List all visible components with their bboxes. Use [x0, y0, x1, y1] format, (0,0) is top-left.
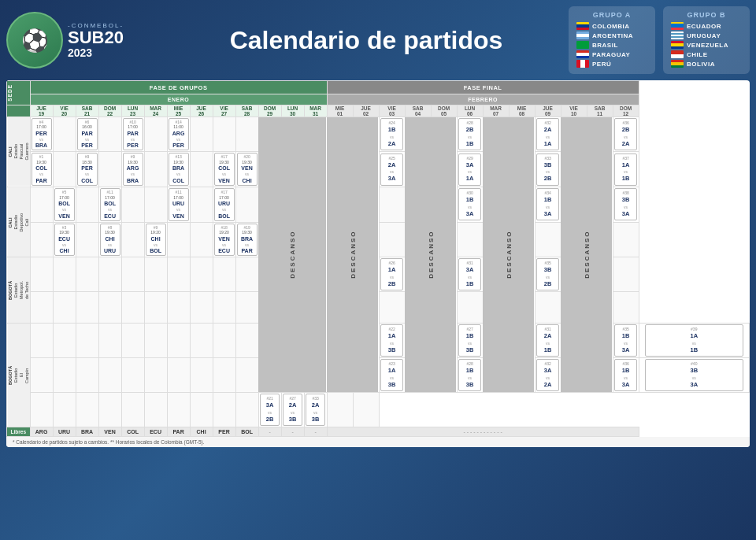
team-venezuela: VENEZUELA: [687, 42, 728, 49]
descanso-1: DESCANSO: [258, 117, 327, 393]
final-1bvs3b5: #36 1B vs 3A: [613, 358, 639, 393]
libre-chi: CHI: [190, 427, 213, 437]
libre-col: COL: [121, 427, 144, 437]
final-1avs3b2: #23 1A vs 3B: [379, 358, 405, 393]
final-3avs2b: #21 3A vs 2B: [258, 393, 281, 427]
phase-header-row: SEDE FASE DE GRUPOS FASE FINAL: [7, 81, 750, 94]
flag-par: [576, 50, 589, 58]
match-uru-bol: #17 17:00 URU vs BOL: [213, 187, 235, 223]
final-1bvs3a2: #34 1B vs 3A: [535, 187, 561, 223]
empty-vie20-row1: [53, 117, 76, 152]
match-col-ven: #17 19:30 COL vs VEN: [213, 152, 235, 187]
libre-dash-final: - - - - - - - - - - - -: [327, 427, 639, 437]
logo-text: -CONMEBOL- SUB20 2023: [68, 22, 124, 59]
group-b-item-bolivia: BOLIVIA: [671, 60, 742, 68]
final-2bvs2a: #36 2B vs 2A: [613, 117, 639, 152]
match-per-col: #9 18:30 PER vs COL: [76, 152, 98, 187]
page-wrapper: -CONMEBOL- SUB20 2023 Calendario de part…: [0, 0, 756, 540]
final-1avs3b: #22 1A vs 3B: [379, 324, 405, 358]
flag-uru: [671, 31, 684, 39]
libre-dash3: -: [304, 427, 327, 437]
month-febrero: FEBRERO: [327, 94, 639, 105]
final-1avs1b: #37 1A vs 1B: [613, 152, 639, 187]
final-2avs3b2: #33 2A vs 3B: [304, 393, 327, 427]
date-mie25: MIE25: [167, 105, 190, 117]
date-lun30: LUN30: [281, 105, 304, 117]
flag-chi: [671, 50, 684, 58]
team-peru: PERÚ: [592, 61, 611, 68]
match-bra-col: #13 19:30 BRA vs COL: [167, 152, 190, 187]
date-lun06: LUN06: [457, 105, 483, 117]
date-vie03: VIE03: [379, 105, 405, 117]
group-a-title: GRUPO A: [576, 11, 647, 19]
date-dom05: DOM05: [431, 105, 457, 117]
date-dom12: DOM12: [613, 105, 639, 117]
final-3avs1b2: #31 3A vs 1B: [457, 257, 483, 292]
final-1bvs3b3: #31 2A vs 1B: [535, 324, 561, 358]
libre-per: PER: [213, 427, 235, 437]
year-label: 2023: [68, 46, 124, 59]
sede-cali-deportivo: CALIEstadioDeportivoCali: [7, 187, 31, 257]
descanso-3: DESCANSO: [405, 117, 457, 393]
flag-bra: [576, 41, 589, 49]
date-jue09: JUE09: [535, 105, 561, 117]
cali1-row1: CALIEstadioPascualGuerrero #4 17:00 PER …: [7, 117, 750, 152]
group-b-item-uruguay: URUGUAY: [671, 31, 742, 39]
match-ven-chi: #20 19:30 VEN vs CHI: [235, 152, 258, 187]
team-uruguay: URUGUAY: [687, 32, 721, 39]
date-vie10: VIE10: [561, 105, 587, 117]
date-lun23: LUN23: [121, 105, 144, 117]
date-mar24: MAR24: [144, 105, 167, 117]
group-a-item-argentina: ARGENTINA: [576, 31, 647, 39]
final-3bvs3a2: #40 3B vs 3A: [639, 358, 749, 393]
date-dom22: DOM22: [98, 105, 121, 117]
match-col-par: #1 19:30 COL vs PAR: [30, 152, 53, 187]
date-sab21: SAB21: [76, 105, 98, 117]
final-1bvs3a: #30 1B vs 3A: [457, 187, 483, 223]
group-a-box: GRUPO A COLOMBIA ARGENTINA BRASIL PARAGU…: [569, 6, 655, 74]
team-ecuador: ECUADOR: [687, 23, 721, 30]
footnote: * Calendario de partidos sujeto a cambio…: [6, 437, 750, 447]
date-mar07: MAR07: [483, 105, 509, 117]
sede-cali-pascual: CALIEstadioPascualGuerrero: [7, 117, 31, 187]
final-3avs1a: #29 3A vs 1A: [457, 152, 483, 187]
final-3bvs3a: #38 3B vs 3A: [613, 187, 639, 223]
libre-dash2: -: [281, 427, 304, 437]
match-uru-ven: #11 17:00 URU vs VEN: [167, 187, 190, 223]
match-bol-ecu: #11 17:00 BOL vs ECU: [98, 187, 121, 223]
match-par-per: #6 16:00 PAR vs PER: [76, 117, 98, 152]
libre-uru: URU: [53, 427, 76, 437]
team-colombia: COLOMBIA: [592, 23, 630, 30]
match-ven-ecu: #18 19:20 VEN vs ECU: [213, 222, 235, 257]
date-dom29: DOM29: [258, 105, 281, 117]
final-1bvs3b: #27 1B vs 3B: [457, 324, 483, 358]
libres-row: Libres ARG URU BRA VEN COL ECU PAR CHI P…: [7, 427, 750, 437]
calendar-table: SEDE FASE DE GRUPOS FASE FINAL ENERO FEB…: [6, 80, 750, 437]
date-sab28: SAB28: [235, 105, 258, 117]
date-vie20: VIE20: [53, 105, 76, 117]
date-row: JUE19 VIE20 SAB21 DOM22 LUN23 MAR24 MIE2…: [7, 105, 750, 117]
final-2bvs1b: #28 2B vs 1B: [457, 117, 483, 152]
logo-circle: [6, 12, 63, 68]
match-chi-uru: #8 19:30 CHI vs URU: [98, 222, 121, 257]
final-1bvs3a3: #35 1B vs 3A: [613, 324, 639, 358]
group-a-item-colombia: COLOMBIA: [576, 22, 647, 30]
page-title: Calendario de partidos: [164, 26, 569, 55]
flag-ecu: [671, 22, 684, 30]
final-1bvs2a: #24 1B vs 2A: [379, 117, 405, 152]
date-mie08: MIE08: [509, 105, 535, 117]
team-chile: CHILE: [687, 51, 708, 58]
flag-per: [576, 60, 589, 68]
libre-ven: VEN: [98, 427, 121, 437]
libre-bol: BOL: [235, 427, 258, 437]
final-2avs3b: #27 2A vs 3B: [281, 393, 304, 427]
bogota2-row3: #21 3A vs 2B #27 2A vs 3B: [7, 393, 750, 427]
groups-area: GRUPO A COLOMBIA ARGENTINA BRASIL PARAGU…: [569, 6, 750, 74]
final-2avs1a: #32 2A vs 1A: [535, 117, 561, 152]
calendar: SEDE FASE DE GRUPOS FASE FINAL ENERO FEB…: [6, 80, 750, 447]
match-per-bra: #4 17:00 PER vs BRA: [30, 117, 53, 152]
libre-par: PAR: [167, 427, 190, 437]
group-a-item-paraguay: PARAGUAY: [576, 50, 647, 58]
flag-bol: [671, 60, 684, 68]
group-a-item-brasil: BRASIL: [576, 41, 647, 49]
